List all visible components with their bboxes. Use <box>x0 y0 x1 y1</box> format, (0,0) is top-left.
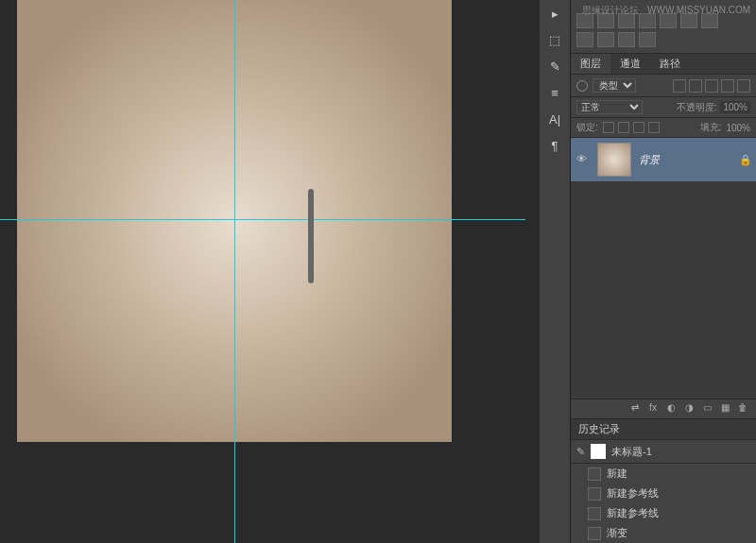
history-step[interactable]: 新建参考线 <box>571 484 756 503</box>
lock-label: 锁定: <box>576 121 598 134</box>
layer-filter-row: 类型 <box>571 75 756 97</box>
adjustment-icon[interactable] <box>576 32 593 47</box>
history-step[interactable]: 渐变 <box>571 523 756 543</box>
lock-row: 锁定: 填充: 100% <box>571 118 756 138</box>
fill-label: 填充: <box>700 121 722 134</box>
opacity-label: 不透明度: <box>677 101 717 114</box>
filter-shape-icon[interactable] <box>721 79 734 93</box>
adjustment-icon[interactable] <box>639 32 656 47</box>
filter-kind-select[interactable]: 类型 <box>593 78 636 93</box>
layers-list: 👁 背景 🔒 <box>571 138 756 399</box>
fx-icon[interactable]: fx <box>645 402 661 416</box>
blend-mode-select[interactable]: 正常 <box>576 100 643 114</box>
history-step-label: 新建参考线 <box>607 486 659 501</box>
visibility-eye-icon[interactable]: 👁 <box>576 153 590 166</box>
history-guide-icon <box>588 487 601 501</box>
history-step[interactable]: 新建参考线 <box>571 503 756 523</box>
mask-icon[interactable]: ◐ <box>663 402 679 416</box>
history-gradient-icon <box>588 527 601 540</box>
opacity-value[interactable]: 100% <box>720 101 750 113</box>
layer-row[interactable]: 👁 背景 🔒 <box>571 138 756 181</box>
history-brush-icon: ✎ <box>576 446 585 458</box>
panel-menu-icon[interactable]: ▸ <box>545 4 564 23</box>
collapsed-panel-dock: ▸ ⬚ ✎ ≡ A| ¶ <box>540 0 570 543</box>
brushes-icon[interactable]: ✎ <box>545 57 564 76</box>
watermark: 思缘设计论坛 WWW.MISSYUAN.COM <box>576 4 750 17</box>
history-header[interactable]: 历史记录 <box>571 418 756 440</box>
styles-icon[interactable]: ≡ <box>545 83 564 102</box>
canvas-area[interactable] <box>0 0 540 543</box>
watermark-text: 思缘设计论坛 <box>582 5 639 15</box>
adjustment-layer-icon[interactable]: ◑ <box>681 402 696 416</box>
paragraph-icon[interactable]: ¶ <box>545 136 564 155</box>
fill-value[interactable]: 100% <box>726 123 750 133</box>
history-guide-icon <box>588 507 601 520</box>
blend-mode-row: 正常 不透明度: 100% <box>571 97 756 118</box>
lock-pixels-icon[interactable] <box>618 122 629 133</box>
history-panel: 历史记录 ✎ 未标题-1 新建 新建参考线 新建参考线 渐变 <box>571 418 756 543</box>
right-panels: 思缘设计论坛 WWW.MISSYUAN.COM 图层 通道 路径 <box>570 0 756 543</box>
search-icon[interactable] <box>576 80 588 92</box>
adjustment-icon[interactable] <box>618 32 635 47</box>
tab-layers[interactable]: 图层 <box>571 54 610 74</box>
history-new-icon <box>588 467 601 481</box>
new-layer-icon[interactable]: ▦ <box>717 402 732 416</box>
lock-position-icon[interactable] <box>633 122 644 133</box>
history-step-label: 新建参考线 <box>607 506 659 520</box>
history-step-label: 渐变 <box>607 526 627 540</box>
tab-paths[interactable]: 路径 <box>650 54 690 74</box>
history-step-label: 新建 <box>607 467 627 481</box>
layer-lock-icon: 🔒 <box>739 154 750 166</box>
layer-name[interactable]: 背景 <box>639 153 731 167</box>
filter-adjust-icon[interactable] <box>689 79 702 93</box>
layer-thumbnail[interactable] <box>597 143 631 177</box>
filter-pixel-icon[interactable] <box>673 79 686 93</box>
adjustment-icon[interactable] <box>597 32 614 47</box>
layer-footer: ⇄ fx ◐ ◑ ▭ ▦ 🗑 <box>571 399 756 418</box>
lock-all-icon[interactable] <box>648 122 660 133</box>
tab-channels[interactable]: 通道 <box>610 54 650 74</box>
group-icon[interactable]: ▭ <box>699 402 714 416</box>
character-icon[interactable]: A| <box>545 110 564 128</box>
guide-vertical[interactable] <box>234 0 235 543</box>
filter-smart-icon[interactable] <box>737 79 750 93</box>
watermark-url: WWW.MISSYUAN.COM <box>647 5 750 15</box>
guide-horizontal[interactable] <box>0 219 525 220</box>
scrollbar-vertical[interactable] <box>308 189 314 283</box>
document-name: 未标题-1 <box>611 445 652 459</box>
link-layers-icon[interactable]: ⇄ <box>627 402 643 416</box>
swatches-icon[interactable]: ⬚ <box>545 30 564 49</box>
history-step[interactable]: 新建 <box>571 464 756 484</box>
snapshot-thumbnail <box>591 444 606 459</box>
lock-transparency-icon[interactable] <box>603 122 614 133</box>
delete-layer-icon[interactable]: 🗑 <box>735 402 750 416</box>
panel-tabs: 图层 通道 路径 <box>571 54 756 75</box>
history-document[interactable]: ✎ 未标题-1 <box>571 440 756 464</box>
filter-type-icon[interactable] <box>705 79 718 93</box>
